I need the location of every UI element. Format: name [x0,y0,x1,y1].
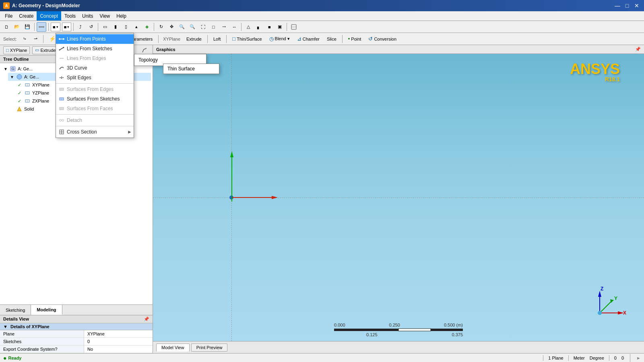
select-btn[interactable]: ⤴ [76,22,85,32]
xyplane-btn[interactable]: □ XYPlane [3,46,30,54]
extrude-btn[interactable]: Extrude [184,35,204,43]
status-div3 [609,355,609,361]
tab-print-preview[interactable]: Print Preview [191,343,228,352]
menu-item-lines-from-sketches[interactable]: Lines From Sketches [56,44,134,53]
plane-icon [24,82,31,88]
tree-expand-icon[interactable]: ▼ [3,67,8,71]
zoom-box-btn[interactable]: □ [208,22,218,32]
render4-btn[interactable]: ▣ [275,22,285,32]
surfaces-from-sketches-icon [58,96,65,102]
plane2-icon [24,90,31,96]
loft-btn[interactable]: Loft [211,35,223,43]
save-button[interactable]: 💾 [23,22,32,32]
sketch-draw-btn[interactable] [140,45,149,55]
expand-geom[interactable]: ▼ [10,75,14,79]
mode-dropdown[interactable]: ■▾ [62,23,72,31]
tab-model-view[interactable]: Model View [156,343,190,352]
check-icon: ✓ [16,82,23,88]
conversion-btn[interactable]: ↺ Conversion [365,35,399,43]
rotate-btn[interactable]: ↻ [156,22,166,32]
topology-label: Topology [138,57,158,63]
tsep4 [226,35,227,43]
status-ready-text: Ready [8,356,21,360]
collapse-icon[interactable]: ▼ [3,324,8,329]
export5-btn[interactable]: ◈ [142,22,152,32]
tabs-bar: Sketching Modeling [0,304,153,315]
menu-item-split-edges[interactable]: Split Edges [56,73,134,82]
lines-from-edges-icon [58,55,65,62]
graphics-canvas[interactable]: ANSYS R18.1 Z Y X [153,54,644,341]
thin-surface-btn[interactable]: □ Thin/Surface [229,35,264,43]
zoom-fit-btn[interactable]: ⛶ [198,22,208,32]
menu-file[interactable]: File [2,11,16,21]
measure-btn[interactable]: ↔ [229,22,239,32]
blend-btn[interactable]: ◷ Blend ▾ [266,35,293,43]
thin-flyout-item[interactable]: Thin Surface [163,65,219,73]
svg-text:X: X [623,310,626,316]
menu-item-lines-from-edges: Lines From Edges [56,53,134,63]
chamfer-btn[interactable]: ⊿ Chamfer [294,35,322,43]
export4-btn[interactable]: ▴ [132,22,141,32]
maximize-button[interactable]: □ [623,2,631,9]
menu-label-lines-from-sketches: Lines From Sketches [67,46,112,51]
detail-label-export: Export Coordinate System? [0,346,84,353]
3d-curve-icon [58,65,65,71]
menu-label-detach: Detach [67,117,82,123]
select-label: Select: [2,37,19,41]
sep5 [154,23,154,31]
export3-btn[interactable]: ▯ [121,22,131,32]
extrude-left-btn[interactable]: ▭ Extrude [32,46,58,54]
slice-btn[interactable]: Slice [324,35,339,43]
status-ready-item: ● Ready [3,355,22,361]
graphics-pin[interactable]: 📌 [635,47,641,52]
menu-item-surfaces-from-sketches[interactable]: Surfaces From Sketches [56,94,134,104]
close-button[interactable]: ✕ [633,2,641,9]
svg-line-22 [600,301,612,313]
view-dropdown[interactable]: ■▾ [51,23,60,31]
generate-icon: ⚡ [49,36,56,42]
point-btn[interactable]: • Point [345,35,364,43]
zoom-out-btn[interactable]: 🔍 [188,22,197,32]
minimize-button[interactable]: ― [613,2,621,9]
zoom-in-btn[interactable]: 🔍 [177,22,187,32]
menu-create[interactable]: Create [16,11,37,21]
detail-value-sketches[interactable]: 0 [84,338,153,346]
menu-concept[interactable]: Concept [37,11,61,21]
svg-text:Y: Y [614,296,617,301]
concept-icon-btn[interactable] [37,22,46,32]
menu-item-3d-curve[interactable]: 3D Curve [56,63,134,73]
menu-item-lines-from-points[interactable]: Lines From Points [56,34,134,44]
menu-help[interactable]: Help [113,11,130,21]
open-button[interactable]: 📂 [12,22,22,32]
render3-btn[interactable]: ■ [264,22,274,32]
export1-btn[interactable]: ▭ [100,22,110,32]
menu-units[interactable]: Units [79,11,96,21]
new-button[interactable]: 🗋 [2,22,11,32]
scale-375: 0.375 [452,332,463,337]
render1-btn[interactable]: △ [244,22,253,32]
concept-dropdown-menu: Lines From Points Lines From Sketches Li… [56,33,134,138]
detail-value-plane[interactable]: XYPlane [84,330,153,338]
blend-icon: ◷ [269,36,274,42]
zoom-reset-btn[interactable]: ⤍ [219,22,229,32]
details-pin[interactable]: 📌 [144,317,149,322]
tab-sketching[interactable]: Sketching [0,305,31,315]
scale-bar-svg [334,327,463,332]
sep7 [287,23,287,31]
export2-btn[interactable]: ▮ [111,22,120,32]
tsep2 [158,35,159,43]
sketch-btn[interactable] [289,22,299,32]
cursor-btn[interactable]: ⤷ [20,35,29,43]
detail-value-export[interactable]: No [84,346,153,353]
cursor2-btn[interactable]: ⇀ [31,35,40,43]
tab-modeling[interactable]: Modeling [31,305,62,315]
menu-item-cross-section[interactable]: Cross Section ► [56,127,134,137]
pan-btn[interactable]: ✥ [167,22,176,32]
status-end [630,354,630,362]
menu-view[interactable]: View [96,11,113,21]
select2-btn[interactable]: ↺ [86,22,96,32]
render2-btn[interactable]: ▖ [254,22,264,32]
chamfer-icon: ⊿ [297,36,301,42]
extrude-label: Extrude [40,48,56,53]
menu-tools[interactable]: Tools [61,11,79,21]
